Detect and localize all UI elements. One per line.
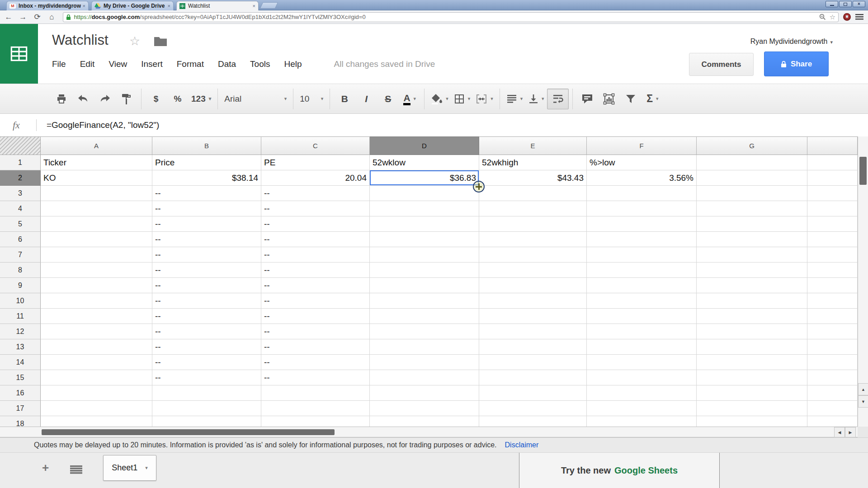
cell-D18[interactable] <box>370 416 479 427</box>
cell-C10[interactable]: -- <box>261 293 370 309</box>
reload-button[interactable]: ⟳ <box>32 12 43 22</box>
cell-C14[interactable]: -- <box>261 355 370 370</box>
cell-H12[interactable] <box>807 324 858 339</box>
cell-H6[interactable] <box>807 232 858 247</box>
cell-G1[interactable] <box>697 155 807 170</box>
row-header-8[interactable]: 8 <box>0 263 41 278</box>
scroll-up-button[interactable]: ▲ <box>858 383 868 395</box>
cell-A4[interactable] <box>41 201 152 216</box>
bold-button[interactable]: B <box>334 89 355 109</box>
cell-B3[interactable]: -- <box>152 186 261 201</box>
browser-tab-1[interactable]: MInbox - mydividendgrowt× <box>6 1 89 10</box>
insert-chart-button[interactable] <box>598 89 620 109</box>
row-header-16[interactable]: 16 <box>0 385 41 401</box>
cell-E3[interactable] <box>479 186 587 201</box>
cell-F10[interactable] <box>587 293 697 309</box>
sheets-logo[interactable] <box>0 24 38 84</box>
new-tab-button[interactable] <box>260 2 278 9</box>
cell-D15[interactable] <box>370 370 479 385</box>
extension-badge-icon[interactable] <box>843 13 851 21</box>
folder-icon[interactable] <box>154 36 167 47</box>
cell-B16[interactable] <box>152 385 261 401</box>
column-header-D[interactable]: D <box>370 136 479 155</box>
cell-H16[interactable] <box>807 385 858 401</box>
menu-tools[interactable]: Tools <box>250 59 270 69</box>
wrap-text-button[interactable] <box>547 89 569 109</box>
menu-edit[interactable]: Edit <box>80 59 95 69</box>
cell-H3[interactable] <box>807 186 858 201</box>
vertical-scrollbar[interactable]: ▲ ▼ <box>858 136 868 427</box>
cell-F12[interactable] <box>587 324 697 339</box>
forward-button[interactable]: → <box>17 13 29 22</box>
cell-E7[interactable] <box>479 247 587 263</box>
browser-tab-2[interactable]: My Drive - Google Drive× <box>91 1 174 10</box>
cell-D8[interactable] <box>370 263 479 278</box>
cell-E15[interactable] <box>479 370 587 385</box>
cell-F4[interactable] <box>587 201 697 216</box>
cell-D14[interactable] <box>370 355 479 370</box>
column-header-C[interactable]: C <box>261 136 370 155</box>
cell-E13[interactable] <box>479 339 587 355</box>
cell-A8[interactable] <box>41 263 152 278</box>
cell-E17[interactable] <box>479 401 587 416</box>
cell-A11[interactable] <box>41 309 152 324</box>
font-size-select[interactable]: 10▾ <box>297 89 326 109</box>
cell-H9[interactable] <box>807 278 858 293</box>
cell-H18[interactable] <box>807 416 858 427</box>
cell-G16[interactable] <box>697 385 807 401</box>
cell-A13[interactable] <box>41 339 152 355</box>
column-header-E[interactable]: E <box>479 136 587 155</box>
cell-C12[interactable]: -- <box>261 324 370 339</box>
url-bar[interactable]: https://docs.google.com/spreadsheet/ccc?… <box>63 12 839 22</box>
undo-button[interactable] <box>72 89 94 109</box>
cell-H2[interactable] <box>807 170 858 186</box>
close-button[interactable]: × <box>853 1 865 7</box>
cell-B13[interactable]: -- <box>152 339 261 355</box>
horizontal-align-button[interactable]: ▾ <box>504 89 526 109</box>
column-header-F[interactable]: F <box>587 136 697 155</box>
cell-G4[interactable] <box>697 201 807 216</box>
formula-bar[interactable]: fx =GoogleFinance(A2, "low52") <box>0 114 868 136</box>
cell-F17[interactable] <box>587 401 697 416</box>
strikethrough-button[interactable]: S <box>377 89 399 109</box>
cell-A17[interactable] <box>41 401 152 416</box>
horizontal-scrollbar[interactable]: ◀ ▶ <box>0 427 858 437</box>
back-button[interactable]: ← <box>3 13 14 22</box>
row-header-18[interactable]: 18 <box>0 416 41 427</box>
account-menu[interactable]: Ryan Mydividendgrowth▾ <box>750 38 833 46</box>
cell-A18[interactable] <box>41 416 152 427</box>
cell-A15[interactable] <box>41 370 152 385</box>
browser-tab-3[interactable]: Watchlist× <box>176 1 259 10</box>
menu-view[interactable]: View <box>108 59 127 69</box>
cell-C1[interactable]: PE <box>261 155 370 170</box>
cell-E8[interactable] <box>479 263 587 278</box>
cell-D11[interactable] <box>370 309 479 324</box>
row-header-2[interactable]: 2 <box>0 170 41 186</box>
cell-A6[interactable] <box>41 232 152 247</box>
tab-close-icon[interactable]: × <box>83 3 85 9</box>
cell-D6[interactable] <box>370 232 479 247</box>
cell-H13[interactable] <box>807 339 858 355</box>
merge-cells-button[interactable]: ▾ <box>473 89 496 109</box>
cell-C13[interactable]: -- <box>261 339 370 355</box>
vertical-align-button[interactable]: ▾ <box>525 89 547 109</box>
fill-handle-cursor-icon[interactable] <box>473 181 485 192</box>
cell-B18[interactable] <box>152 416 261 427</box>
cell-D2[interactable]: $36.83 <box>370 170 479 186</box>
italic-button[interactable]: I <box>355 89 377 109</box>
cell-B11[interactable]: -- <box>152 309 261 324</box>
cell-D12[interactable] <box>370 324 479 339</box>
cell-C5[interactable]: -- <box>261 216 370 232</box>
cell-H11[interactable] <box>807 309 858 324</box>
insert-comment-button[interactable] <box>576 89 598 109</box>
cell-A3[interactable] <box>41 186 152 201</box>
cell-B7[interactable]: -- <box>152 247 261 263</box>
cell-G18[interactable] <box>697 416 807 427</box>
cell-B8[interactable]: -- <box>152 263 261 278</box>
cell-C4[interactable]: -- <box>261 201 370 216</box>
cell-C18[interactable] <box>261 416 370 427</box>
cell-H7[interactable] <box>807 247 858 263</box>
cell-G3[interactable] <box>697 186 807 201</box>
cell-E10[interactable] <box>479 293 587 309</box>
add-sheet-button[interactable]: + <box>42 461 49 475</box>
